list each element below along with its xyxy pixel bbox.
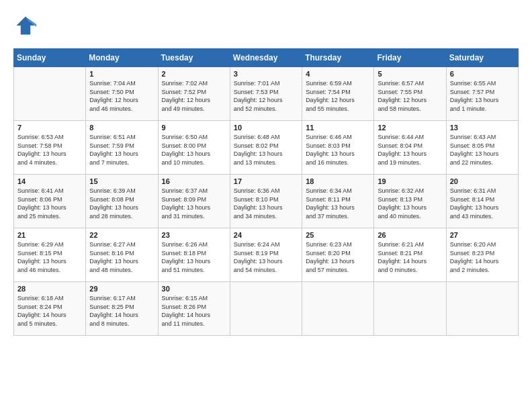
calendar-cell: 24Sunrise: 6:24 AM Sunset: 8:19 PM Dayli…: [230, 228, 302, 282]
day-info: Sunrise: 6:59 AM Sunset: 7:54 PM Dayligh…: [306, 79, 370, 113]
weekday-header: Wednesday: [230, 49, 302, 67]
day-info: Sunrise: 6:41 AM Sunset: 8:06 PM Dayligh…: [17, 187, 82, 220]
weekday-header-row: SundayMondayTuesdayWednesdayThursdayFrid…: [14, 49, 519, 67]
calendar-cell: 25Sunrise: 6:23 AM Sunset: 8:20 PM Dayli…: [302, 228, 374, 282]
weekday-header: Tuesday: [158, 49, 230, 67]
logo-icon: [13, 13, 38, 38]
day-info: Sunrise: 6:27 AM Sunset: 8:16 PM Dayligh…: [89, 240, 154, 274]
day-info: Sunrise: 6:34 AM Sunset: 8:11 PM Dayligh…: [306, 187, 370, 220]
weekday-header: Thursday: [302, 49, 374, 67]
calendar-cell: 28Sunrise: 6:18 AM Sunset: 8:24 PM Dayli…: [14, 282, 86, 336]
day-info: Sunrise: 6:17 AM Sunset: 8:25 PM Dayligh…: [89, 294, 154, 328]
calendar-cell: 16Sunrise: 6:37 AM Sunset: 8:09 PM Dayli…: [158, 175, 230, 228]
calendar-week-row: 7Sunrise: 6:53 AM Sunset: 7:58 PM Daylig…: [14, 121, 519, 175]
calendar-cell: 27Sunrise: 6:20 AM Sunset: 8:23 PM Dayli…: [446, 228, 518, 282]
day-info: Sunrise: 6:23 AM Sunset: 8:20 PM Dayligh…: [306, 240, 370, 274]
weekday-header: Monday: [86, 49, 158, 67]
day-number: 23: [162, 231, 226, 239]
day-info: Sunrise: 6:18 AM Sunset: 8:24 PM Dayligh…: [17, 294, 82, 328]
day-number: 27: [450, 231, 515, 239]
day-number: 30: [162, 285, 226, 293]
calendar-cell: 18Sunrise: 6:34 AM Sunset: 8:11 PM Dayli…: [302, 175, 374, 228]
day-number: 6: [450, 70, 515, 78]
day-info: Sunrise: 6:20 AM Sunset: 8:23 PM Dayligh…: [450, 240, 515, 274]
weekday-header: Friday: [374, 49, 446, 67]
day-info: Sunrise: 6:29 AM Sunset: 8:15 PM Dayligh…: [17, 240, 82, 274]
day-number: 9: [162, 124, 226, 132]
calendar-cell: [374, 282, 446, 336]
day-number: 20: [450, 177, 515, 185]
day-number: 2: [162, 70, 226, 78]
calendar-cell: 12Sunrise: 6:44 AM Sunset: 8:04 PM Dayli…: [374, 121, 446, 175]
calendar-cell: 23Sunrise: 6:26 AM Sunset: 8:18 PM Dayli…: [158, 228, 230, 282]
day-number: 29: [89, 285, 154, 293]
day-info: Sunrise: 6:31 AM Sunset: 8:14 PM Dayligh…: [450, 187, 515, 220]
calendar-cell: 5Sunrise: 6:57 AM Sunset: 7:55 PM Daylig…: [374, 67, 446, 121]
calendar-cell: 22Sunrise: 6:27 AM Sunset: 8:16 PM Dayli…: [86, 228, 158, 282]
day-number: 14: [17, 177, 82, 185]
calendar-cell: 4Sunrise: 6:59 AM Sunset: 7:54 PM Daylig…: [302, 67, 374, 121]
calendar-cell: [230, 282, 302, 336]
calendar-cell: 29Sunrise: 6:17 AM Sunset: 8:25 PM Dayli…: [86, 282, 158, 336]
day-number: 11: [306, 124, 370, 132]
day-number: 4: [306, 70, 370, 78]
weekday-header: Sunday: [14, 49, 86, 67]
calendar-cell: 17Sunrise: 6:36 AM Sunset: 8:10 PM Dayli…: [230, 175, 302, 228]
day-info: Sunrise: 6:57 AM Sunset: 7:55 PM Dayligh…: [378, 79, 442, 113]
day-number: 24: [234, 231, 298, 239]
day-number: 7: [17, 124, 82, 132]
page-header: [13, 13, 519, 38]
day-number: 17: [234, 177, 298, 185]
calendar-cell: [302, 282, 374, 336]
calendar-table: SundayMondayTuesdayWednesdayThursdayFrid…: [13, 48, 519, 336]
day-info: Sunrise: 6:21 AM Sunset: 8:21 PM Dayligh…: [378, 240, 442, 274]
calendar-cell: [14, 67, 86, 121]
day-number: 15: [89, 177, 154, 185]
calendar-cell: 26Sunrise: 6:21 AM Sunset: 8:21 PM Dayli…: [374, 228, 446, 282]
day-info: Sunrise: 6:32 AM Sunset: 8:13 PM Dayligh…: [378, 187, 442, 220]
day-info: Sunrise: 6:43 AM Sunset: 8:05 PM Dayligh…: [450, 133, 515, 167]
calendar-cell: 3Sunrise: 7:01 AM Sunset: 7:53 PM Daylig…: [230, 67, 302, 121]
day-info: Sunrise: 6:50 AM Sunset: 8:00 PM Dayligh…: [162, 133, 226, 167]
calendar-cell: 14Sunrise: 6:41 AM Sunset: 8:06 PM Dayli…: [14, 175, 86, 228]
calendar-week-row: 14Sunrise: 6:41 AM Sunset: 8:06 PM Dayli…: [14, 175, 519, 228]
day-number: 5: [378, 70, 442, 78]
day-number: 28: [17, 285, 82, 293]
day-info: Sunrise: 7:02 AM Sunset: 7:52 PM Dayligh…: [162, 79, 226, 113]
calendar-cell: 2Sunrise: 7:02 AM Sunset: 7:52 PM Daylig…: [158, 67, 230, 121]
day-info: Sunrise: 6:15 AM Sunset: 8:26 PM Dayligh…: [162, 294, 226, 328]
calendar-cell: 21Sunrise: 6:29 AM Sunset: 8:15 PM Dayli…: [14, 228, 86, 282]
logo: [13, 13, 40, 38]
day-info: Sunrise: 6:39 AM Sunset: 8:08 PM Dayligh…: [89, 187, 154, 220]
day-info: Sunrise: 6:48 AM Sunset: 8:02 PM Dayligh…: [234, 133, 298, 167]
day-info: Sunrise: 6:55 AM Sunset: 7:57 PM Dayligh…: [450, 79, 515, 113]
weekday-header: Saturday: [446, 49, 518, 67]
day-number: 18: [306, 177, 370, 185]
day-number: 25: [306, 231, 370, 239]
calendar-week-row: 28Sunrise: 6:18 AM Sunset: 8:24 PM Dayli…: [14, 282, 519, 336]
calendar-week-row: 21Sunrise: 6:29 AM Sunset: 8:15 PM Dayli…: [14, 228, 519, 282]
day-info: Sunrise: 6:53 AM Sunset: 7:58 PM Dayligh…: [17, 133, 82, 167]
calendar-cell: 15Sunrise: 6:39 AM Sunset: 8:08 PM Dayli…: [86, 175, 158, 228]
calendar-cell: 7Sunrise: 6:53 AM Sunset: 7:58 PM Daylig…: [14, 121, 86, 175]
calendar-cell: 9Sunrise: 6:50 AM Sunset: 8:00 PM Daylig…: [158, 121, 230, 175]
day-info: Sunrise: 6:26 AM Sunset: 8:18 PM Dayligh…: [162, 240, 226, 274]
day-number: 8: [89, 124, 154, 132]
calendar-cell: 30Sunrise: 6:15 AM Sunset: 8:26 PM Dayli…: [158, 282, 230, 336]
day-number: 1: [89, 70, 154, 78]
day-info: Sunrise: 6:46 AM Sunset: 8:03 PM Dayligh…: [306, 133, 370, 167]
calendar-cell: 11Sunrise: 6:46 AM Sunset: 8:03 PM Dayli…: [302, 121, 374, 175]
calendar-cell: 8Sunrise: 6:51 AM Sunset: 7:59 PM Daylig…: [86, 121, 158, 175]
day-info: Sunrise: 6:51 AM Sunset: 7:59 PM Dayligh…: [89, 133, 154, 167]
day-info: Sunrise: 7:04 AM Sunset: 7:50 PM Dayligh…: [89, 79, 154, 113]
calendar-cell: 1Sunrise: 7:04 AM Sunset: 7:50 PM Daylig…: [86, 67, 158, 121]
day-number: 16: [162, 177, 226, 185]
day-number: 26: [378, 231, 442, 239]
calendar-cell: 19Sunrise: 6:32 AM Sunset: 8:13 PM Dayli…: [374, 175, 446, 228]
day-number: 3: [234, 70, 298, 78]
day-number: 13: [450, 124, 515, 132]
day-info: Sunrise: 6:37 AM Sunset: 8:09 PM Dayligh…: [162, 187, 226, 220]
day-number: 10: [234, 124, 298, 132]
calendar-week-row: 1Sunrise: 7:04 AM Sunset: 7:50 PM Daylig…: [14, 67, 519, 121]
day-number: 12: [378, 124, 442, 132]
